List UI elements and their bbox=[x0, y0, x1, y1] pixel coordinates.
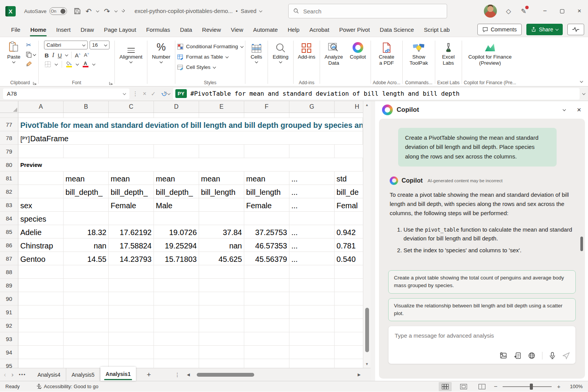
suggestion-chip-2[interactable]: Visualize the relationship between bill … bbox=[388, 298, 576, 322]
cell-A85[interactable]: Adelie bbox=[18, 225, 64, 238]
cell-D83[interactable]: Male bbox=[154, 198, 199, 212]
cell-H88[interactable] bbox=[335, 265, 363, 279]
row-header-89[interactable]: 89 bbox=[0, 279, 18, 292]
save-status-chevron-icon[interactable] bbox=[259, 9, 262, 12]
column-header-C[interactable]: C bbox=[109, 101, 154, 113]
share-button[interactable]: Share bbox=[526, 24, 563, 35]
clipboard-dialog-launcher-icon[interactable] bbox=[33, 82, 36, 85]
cell-partial[interactable] bbox=[335, 113, 363, 118]
cell-F94[interactable] bbox=[244, 346, 289, 359]
cell-E79[interactable] bbox=[199, 145, 244, 158]
fill-color-icon[interactable] bbox=[66, 61, 72, 67]
tab-data[interactable]: Data bbox=[175, 22, 197, 37]
cell-H90[interactable] bbox=[335, 292, 363, 305]
tab-help[interactable]: Help bbox=[283, 22, 305, 37]
cell-B88[interactable] bbox=[64, 265, 109, 279]
insert-python-chevron-icon[interactable] bbox=[167, 91, 170, 95]
cell-D85[interactable]: 19.0726 bbox=[154, 225, 199, 238]
cell-H81[interactable]: std bbox=[335, 172, 363, 185]
zoom-level[interactable]: 100% bbox=[566, 384, 583, 389]
scroll-down-icon[interactable]: ▼ bbox=[365, 362, 369, 366]
sheet-tab-analysis5[interactable]: Analysis5 bbox=[66, 368, 100, 381]
horizontal-scroll-thumb[interactable] bbox=[197, 373, 254, 377]
select-all-corner[interactable] bbox=[0, 101, 18, 113]
row-header-84[interactable]: 84 bbox=[0, 212, 18, 225]
cell-A87[interactable]: Gentoo bbox=[18, 252, 64, 265]
row-header-77[interactable]: 77 bbox=[0, 118, 18, 131]
cell-E84[interactable] bbox=[199, 212, 244, 225]
cell-F82[interactable]: bill_length bbox=[244, 185, 289, 198]
cell-F93[interactable] bbox=[244, 332, 289, 346]
cell-C86[interactable]: 17.58824 bbox=[109, 238, 154, 252]
cell-H79[interactable] bbox=[335, 145, 363, 158]
cell-A84[interactable]: species bbox=[18, 212, 64, 225]
row-header-91[interactable]: 91 bbox=[0, 305, 18, 319]
cell-F92[interactable] bbox=[244, 319, 289, 332]
cells-button[interactable]: Cells bbox=[247, 39, 266, 63]
cell-E92[interactable] bbox=[199, 319, 244, 332]
cell-C84[interactable] bbox=[109, 212, 154, 225]
cut-icon[interactable]: ✂ bbox=[26, 41, 36, 49]
cell-E82[interactable]: bill_length bbox=[199, 185, 244, 198]
tab-review[interactable]: Review bbox=[197, 22, 226, 37]
bold-button[interactable]: B bbox=[45, 52, 49, 59]
row-header-93[interactable]: 93 bbox=[0, 332, 18, 346]
row-header-80[interactable]: 80 bbox=[0, 158, 18, 172]
cell-H83[interactable]: Femal bbox=[335, 198, 363, 212]
autosave-toggle[interactable]: On bbox=[49, 7, 67, 15]
cell-D86[interactable]: 19.25294 bbox=[154, 238, 199, 252]
cell-B82[interactable]: bill_depth_ bbox=[64, 185, 109, 198]
zoom-slider[interactable] bbox=[503, 386, 552, 387]
prompt-library-icon[interactable] bbox=[514, 352, 521, 359]
row-header-85[interactable]: 85 bbox=[0, 225, 18, 238]
column-header-B[interactable]: B bbox=[64, 101, 109, 113]
cell-D93[interactable] bbox=[154, 332, 199, 346]
sheet-tab-analysis4[interactable]: Analysis4 bbox=[32, 368, 66, 381]
suggestion-chip-1[interactable]: Create a pivot table showing the total c… bbox=[388, 270, 576, 294]
cell-F81[interactable]: mean bbox=[244, 172, 289, 185]
fill-color-chevron-icon[interactable] bbox=[75, 62, 78, 65]
cell-C92[interactable] bbox=[109, 319, 154, 332]
cell-D90[interactable] bbox=[154, 292, 199, 305]
conditional-formatting-button[interactable]: Conditional Formatting bbox=[177, 41, 243, 52]
cell-G92[interactable] bbox=[289, 319, 335, 332]
cell-B79[interactable] bbox=[64, 145, 109, 158]
cell-G82[interactable]: ... bbox=[289, 185, 335, 198]
addins-button[interactable]: Add-ins bbox=[296, 39, 318, 60]
cell-A82[interactable] bbox=[18, 185, 64, 198]
cell-D89[interactable] bbox=[154, 279, 199, 292]
row-header-95[interactable]: 95 bbox=[0, 359, 18, 368]
column-header-A[interactable]: A bbox=[18, 101, 64, 113]
cell-A94[interactable] bbox=[18, 346, 64, 359]
cell-F87[interactable]: 45.56379 bbox=[244, 252, 289, 265]
cell-A88[interactable] bbox=[18, 265, 64, 279]
restore-button[interactable] bbox=[554, 0, 571, 22]
cell-G93[interactable] bbox=[289, 332, 335, 346]
tab-acrobat[interactable]: Acrobat bbox=[304, 22, 334, 37]
expand-formula-bar-chevron[interactable] bbox=[582, 91, 585, 95]
cell-G86[interactable]: ... bbox=[289, 238, 335, 252]
web-search-icon[interactable] bbox=[528, 352, 536, 359]
cell-G91[interactable] bbox=[289, 305, 335, 319]
cell-G84[interactable] bbox=[289, 212, 335, 225]
tab-data-science[interactable]: Data Science bbox=[375, 22, 419, 37]
cell-H93[interactable] bbox=[335, 332, 363, 346]
copilot-message-input[interactable] bbox=[395, 332, 578, 339]
activity-button[interactable] bbox=[567, 24, 584, 35]
cell-B85[interactable]: 18.32 bbox=[64, 225, 109, 238]
cell-A93[interactable] bbox=[18, 332, 64, 346]
cell-F90[interactable] bbox=[244, 292, 289, 305]
row-header-92[interactable]: 92 bbox=[0, 319, 18, 332]
cell-styles-button[interactable]: Cell Styles bbox=[177, 62, 243, 72]
collapse-ribbon-chevron[interactable] bbox=[580, 80, 583, 83]
sheet-tab-analysis1[interactable]: Analysis1 bbox=[100, 367, 136, 381]
comments-button[interactable]: Comments bbox=[477, 24, 522, 35]
cell-E91[interactable] bbox=[199, 305, 244, 319]
cell-A86[interactable]: Chinstrap bbox=[18, 238, 64, 252]
row-header-83[interactable]: 83 bbox=[0, 198, 18, 212]
cell-A92[interactable] bbox=[18, 319, 64, 332]
undo-chevron-icon[interactable] bbox=[96, 9, 99, 12]
avatar[interactable] bbox=[484, 5, 497, 18]
name-box[interactable]: A78 bbox=[3, 88, 129, 99]
row-header-78[interactable]: 78 bbox=[0, 131, 18, 145]
